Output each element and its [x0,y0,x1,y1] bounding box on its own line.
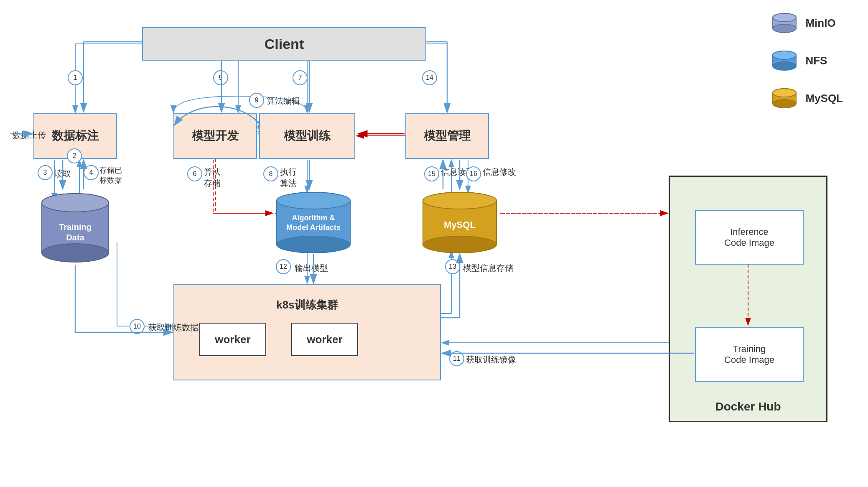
nfs-icon [772,50,797,71]
svg-point-51 [423,192,496,209]
num-8: 8 [263,166,278,181]
svg-point-63 [773,99,796,108]
inference-code-label: InferenceCode Image [724,227,774,248]
svg-point-60 [773,51,796,59]
legend-mysql: MySQL [772,88,843,109]
model-mgmt-box: 模型管理 [405,113,489,159]
num-13: 13 [445,259,460,274]
svg-text:Model Artifacts: Model Artifacts [286,223,340,232]
svg-point-64 [773,89,796,97]
num-9: 9 [249,93,264,108]
client-label: Client [265,36,304,52]
algorithm-cylinder: Algorithm & Model Artifacts [274,190,353,253]
model-training-box: 模型训练 [259,113,355,159]
mysql-legend-label: MySQL [805,92,843,105]
num-10: 10 [130,319,145,334]
num-4: 4 [84,165,99,180]
num-16: 16 [466,166,481,181]
svg-point-39 [42,194,109,212]
k8s-cluster-box: k8s训练集群 worker worker [173,284,441,380]
num-11: 11 [449,351,464,366]
worker2-label: worker [307,333,342,346]
mysql-cylinder: MySQL [420,190,499,253]
data-upload-label: 数据上传 [13,130,46,141]
docker-hub-title: Docker Hub [670,400,826,413]
output-model-label: 输出模型 [295,263,328,274]
minio-icon [772,13,797,33]
svg-point-56 [773,13,796,22]
legend-minio: MinIO [772,13,843,33]
num-7: 7 [293,70,308,85]
diagram-container: Client 数据标注 模型开发 模型训练 模型管理 k8s训练集群 worke… [0,0,868,487]
num-3: 3 [38,165,53,180]
model-mgmt-label: 模型管理 [424,128,471,144]
inference-code-box: InferenceCode Image [695,210,804,265]
svg-text:Data: Data [66,233,84,242]
model-info-store-label: 模型信息存储 [463,263,513,274]
k8s-title: k8s训练集群 [174,298,440,312]
svg-point-45 [277,192,350,209]
model-dev-box: 模型开发 [173,113,257,159]
model-training-label: 模型训练 [284,128,331,144]
algo-store-label: 算法存储 [204,166,221,189]
exec-algo-label: 执行算法 [280,166,297,189]
model-dev-label: 模型开发 [192,128,239,144]
docker-hub-box: Docker Hub InferenceCode Image TrainingC… [669,176,827,422]
num-6: 6 [187,166,202,181]
worker1-label: worker [215,333,250,346]
training-code-label: TrainingCode Image [724,344,774,365]
get-train-image-label: 获取训练镜像 [466,354,516,365]
legend-nfs: NFS [772,50,843,71]
store-labeled-label: 存储已标数据 [99,165,122,185]
worker2-box: worker [291,323,358,356]
nfs-label: NFS [805,54,827,67]
num-15: 15 [424,166,439,181]
training-code-box: TrainingCode Image [695,327,804,382]
get-train-data-label: 获取训练数据 [148,322,199,333]
training-data-cylinder: Training Data [40,190,111,263]
num-5: 5 [213,70,228,85]
svg-text:Training: Training [59,222,92,232]
client-box: Client [142,27,426,61]
svg-text:MySQL: MySQL [444,219,476,230]
read-label: 读取 [54,168,71,179]
worker1-box: worker [199,323,266,356]
num-12: 12 [276,259,291,274]
info-modify-label: 信息修改 [483,166,516,178]
svg-text:Algorithm &: Algorithm & [292,214,335,222]
svg-point-59 [773,62,796,70]
num-14: 14 [422,70,437,85]
minio-label: MinIO [805,17,835,30]
svg-point-44 [277,236,350,253]
svg-point-50 [423,236,496,253]
mysql-icon [772,88,797,109]
num-2: 2 [67,148,82,163]
legend: MinIO NFS MySQL [772,13,843,109]
svg-point-38 [42,244,109,262]
data-annotation-label: 数据标注 [52,128,99,144]
algo-edit-label: 算法编辑 [267,95,300,107]
num-1: 1 [68,70,83,85]
svg-point-55 [773,24,796,33]
